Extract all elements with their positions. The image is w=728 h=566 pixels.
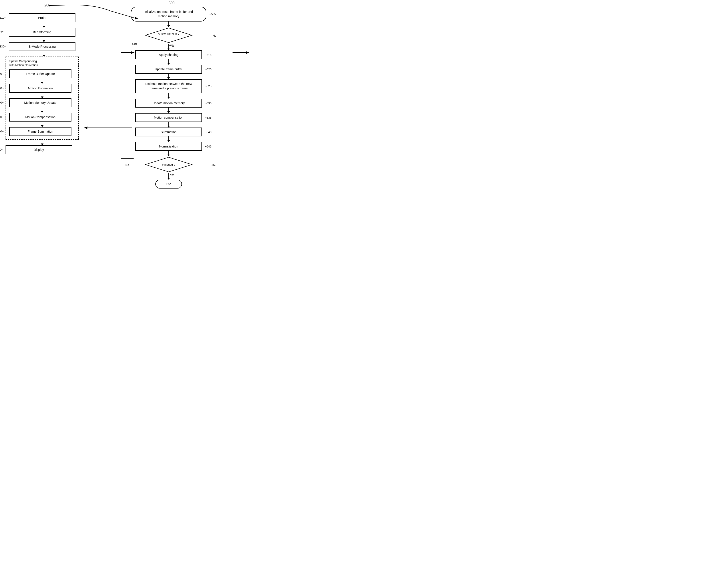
- ref-530: ~530: [205, 102, 211, 105]
- ref-505: ~505: [209, 12, 216, 16]
- right-flowchart: Initialization: reset frame buffer andmo…: [131, 7, 206, 189]
- box-init: Initialization: reset frame buffer andmo…: [131, 7, 206, 22]
- box-bmode: B-Mode Processing: [9, 42, 75, 51]
- box-update-motion-memory: Update motion memory ~530: [135, 99, 202, 108]
- ref-360: 360~: [0, 101, 4, 104]
- svg-marker-39: [167, 178, 170, 180]
- box-motion-compensation-right: Motion compensation ~535: [135, 113, 202, 122]
- diagram-container: 200 500 310~ Probe 320~ Beamforming: [0, 0, 266, 211]
- svg-marker-29: [167, 111, 170, 113]
- svg-marker-23: [167, 63, 170, 65]
- svg-marker-33: [167, 140, 170, 142]
- svg-marker-13: [41, 125, 43, 127]
- svg-marker-7: [41, 82, 43, 84]
- ref-320: 320~: [0, 30, 6, 34]
- box-motion-memory-update: Motion Memory Update: [9, 98, 71, 107]
- yes-text-510: Yes: [170, 44, 174, 47]
- svg-marker-17: [167, 25, 170, 27]
- svg-marker-21: [167, 49, 170, 50]
- diamond-finished: Finished ? ~550 No: [131, 156, 206, 173]
- ref-550: ~550: [210, 163, 216, 166]
- yes-text-550: Yes: [170, 174, 174, 177]
- svg-marker-9: [41, 97, 43, 98]
- spatial-compounding-label: Spatial Compoundingwith Motion Correctio…: [9, 59, 75, 67]
- box-update-frame-buffer: Update frame buffer ~520: [135, 65, 202, 74]
- ref-380: 380~: [0, 130, 4, 133]
- ref-540: ~540: [205, 130, 211, 134]
- ref-390: 390~: [0, 148, 3, 151]
- no-label-550: No: [125, 163, 129, 166]
- ref-310: 310~: [0, 16, 6, 19]
- label-200: 200: [44, 3, 50, 7]
- svg-marker-11: [41, 111, 43, 113]
- box-summation: Summation ~540: [135, 128, 202, 136]
- box-beamforming: Beamforming: [9, 28, 75, 37]
- svg-marker-27: [167, 97, 170, 99]
- box-estimate-motion: Estimate motion between the newframe and…: [135, 79, 202, 93]
- label-500: 500: [169, 1, 175, 5]
- box-frame-buffer-update: Frame Buffer Update: [9, 69, 71, 78]
- ref-330: 330~: [0, 45, 6, 48]
- box-end: End: [155, 180, 182, 189]
- left-flowchart: 310~ Probe 320~ Beamforming 330~ B-Mode …: [9, 13, 79, 154]
- box-normalization: Normalization ~545: [135, 142, 202, 151]
- svg-marker-25: [167, 77, 170, 79]
- box-display: Display: [6, 145, 72, 154]
- ref-545: ~545: [205, 145, 211, 148]
- diamond-new-frame: A new frame in ? 510 Yes No: [131, 27, 206, 44]
- box-apply-shading: Apply shading ~515: [135, 50, 202, 59]
- ref-370: 370~: [0, 115, 4, 119]
- svg-marker-1: [43, 26, 45, 28]
- ref-515: ~515: [205, 53, 211, 57]
- ref-520: ~520: [205, 68, 211, 71]
- box-probe: Probe: [9, 13, 75, 22]
- ref-340: 340~: [0, 72, 4, 75]
- ref-535: ~535: [205, 116, 211, 119]
- svg-marker-5: [43, 55, 45, 57]
- svg-marker-18: [145, 28, 192, 43]
- svg-marker-3: [43, 40, 45, 42]
- svg-marker-31: [167, 126, 170, 128]
- box-motion-estimation: Motion Estimation: [9, 84, 71, 93]
- svg-text:Finished ?: Finished ?: [162, 163, 175, 166]
- svg-marker-35: [167, 155, 170, 156]
- box-frame-summation: Frame Summation: [9, 127, 71, 136]
- svg-marker-15: [41, 144, 43, 145]
- ref-350: 350~: [0, 87, 4, 90]
- no-label-510: No: [213, 34, 216, 37]
- ref-525: ~525: [205, 84, 211, 88]
- box-motion-compensation: Motion Compensation: [9, 113, 71, 122]
- svg-text:A new frame in ?: A new frame in ?: [158, 32, 180, 35]
